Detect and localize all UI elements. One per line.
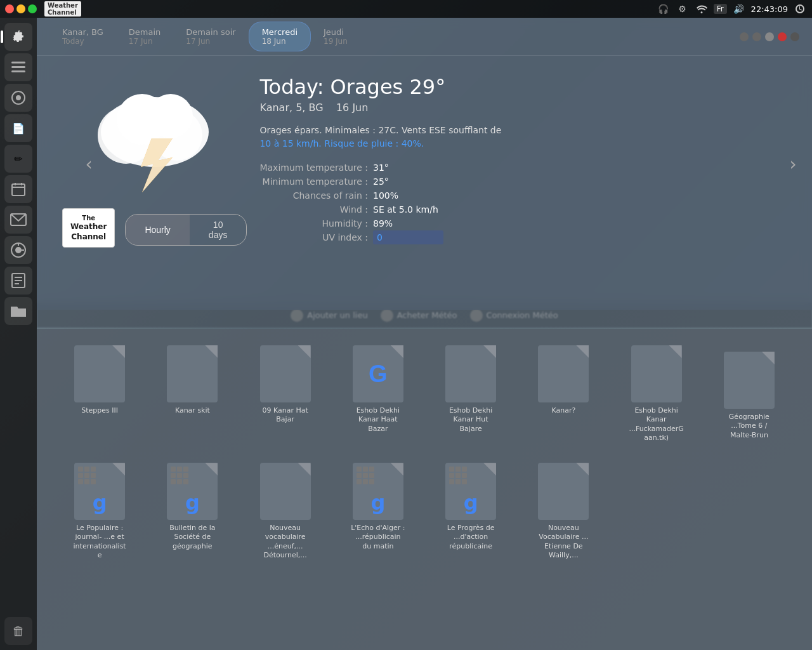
location-text: Kanar, 5, BG <box>259 102 323 114</box>
file-name-kanar-hat: 09 Kanar Hat Bajar <box>258 406 313 425</box>
weather-overlay: Kanar, BG Today Demain 17 Jun Demain soi… <box>37 18 812 310</box>
calendar-icon <box>10 180 27 198</box>
sidebar-bottom-item[interactable]: 🗑 <box>4 617 32 645</box>
sidebar-item-menu[interactable] <box>4 53 32 81</box>
tab-demain[interactable]: Demain 17 Jun <box>116 22 174 51</box>
hourly-button[interactable]: Hourly <box>126 215 189 245</box>
tab-mercredi[interactable]: Mercredi 18 Jun <box>249 22 311 51</box>
tab-demain-soir-date: 17 Jun <box>186 37 235 46</box>
sidebar-dock: 📄 ✏️ <box>0 18 37 650</box>
tab-demain-soir[interactable]: Demain soir 17 Jun <box>173 22 248 51</box>
file-name-kanar-skit: Kanar skit <box>175 406 210 415</box>
file-item-echo-alger[interactable]: g L'Echo d'Alger : ...républicain du mat… <box>334 453 422 564</box>
file-item-kanar-hat[interactable]: 09 Kanar Hat Bajar <box>242 342 329 446</box>
sidebar-item-pencil[interactable]: ✏️ <box>4 145 32 173</box>
maximize-button[interactable] <box>28 4 37 13</box>
tab-jeudi[interactable]: Jeudi 19 Jun <box>311 22 360 51</box>
file-item-kanar[interactable]: Kanar? <box>520 342 607 446</box>
sidebar-item-document[interactable]: 📄 <box>4 114 32 142</box>
file-thumb-steppes <box>74 345 125 402</box>
file-item-kanar-skit[interactable]: Kanar skit <box>148 342 236 446</box>
table-row: UV index : 0 <box>259 230 443 244</box>
settings-dock-icon <box>10 28 27 46</box>
file-thumb-eshob-haat: G <box>353 345 403 402</box>
rain-label: Chances of rain : <box>259 189 373 202</box>
power-icon[interactable] <box>793 2 807 16</box>
logo-buttons-row: The Weather Channel Hourly 10 days <box>62 202 247 248</box>
file-item-steppes[interactable]: Steppes III <box>56 342 143 446</box>
file-thumb-kanar-hat <box>260 345 311 402</box>
min-temp-value: 25° <box>373 175 443 189</box>
close-button[interactable] <box>5 4 14 13</box>
ten-days-button[interactable]: 10 days <box>190 215 247 245</box>
language-indicator[interactable]: Fr <box>714 4 727 14</box>
firefox-icon <box>10 89 27 107</box>
file-name-le-populaire: Le Populaire : journal- ...e et internat… <box>72 524 128 560</box>
svg-rect-2 <box>11 70 25 72</box>
settings-icon[interactable]: ⚙ <box>676 2 690 16</box>
gmail-icon <box>10 211 27 229</box>
file-name-eshob-fuck: Eshob Dekhi Kanar ...FuckamaderGaan.tk) <box>629 406 684 442</box>
tab-demain-date: 17 Jun <box>129 37 161 46</box>
main-area: Kanar, BG Today Demain 17 Jun Demain soi… <box>37 18 812 650</box>
bluetooth-icon: 🎧 <box>657 2 671 16</box>
uv-label: UV index : <box>259 230 373 244</box>
sidebar-item-browser[interactable] <box>4 84 32 112</box>
bottom-tab-1: Ajouter un lieu <box>291 309 367 322</box>
nav-dot-red <box>778 32 787 41</box>
file-name-eshob-hut: Eshob Dekhi Kanar Hut Bajare <box>443 406 499 434</box>
next-arrow[interactable]: › <box>780 145 806 183</box>
table-row: Maximum temperature : 31° <box>259 161 443 175</box>
file-item-eshob-fuck[interactable]: Eshob Dekhi Kanar ...FuckamaderGaan.tk) <box>613 342 700 446</box>
tab-today-location: Kanar, BG <box>62 27 103 37</box>
weather-nav: Kanar, BG Today Demain 17 Jun Demain soi… <box>37 18 812 56</box>
sidebar-item-calendar[interactable] <box>4 175 32 203</box>
sidebar-item-notes[interactable] <box>4 267 32 295</box>
table-row: Chances of rain : 100% <box>259 189 443 202</box>
humidity-label: Humidity : <box>259 216 373 230</box>
file-name-bulletin: Bulletin de la Société de géographie <box>164 524 220 551</box>
file-thumb-bulletin: g <box>167 463 218 520</box>
today-title: Today: Orages 29° <box>259 75 787 99</box>
file-item-geographie[interactable]: Géographie ...Tome 6 / Malte-Brun <box>705 342 793 446</box>
trash-icon: 🗑 <box>12 623 25 639</box>
file-item-eshob-hut[interactable]: Eshob Dekhi Kanar Hut Bajare <box>427 342 514 446</box>
file-item-le-progres[interactable]: g Le Progrès de ...d'action républicaine <box>427 453 514 564</box>
wifi-icon <box>695 2 709 16</box>
sidebar-item-settings[interactable] <box>4 23 32 51</box>
weather-info: Today: Orages 29° Kanar, 5, BG 16 Jun Or… <box>259 69 787 244</box>
highlight-text: 10 à 15 km/h. Risque de pluie : 40%. <box>259 138 424 149</box>
weather-description: Orages épars. Minimales : 27C. Vents ESE… <box>259 124 513 150</box>
tab-today-sub: Today <box>62 37 103 46</box>
google-g-icon-4: g <box>370 491 385 515</box>
file-item-nouveau-vocab[interactable]: Nouveau vocabulaire ...éneuf,... Détourn… <box>242 453 329 564</box>
sidebar-item-gmail[interactable] <box>4 206 32 234</box>
wind-value: SE at 5.0 km/h <box>373 202 443 216</box>
tab-mercredi-label: Mercredi <box>262 27 298 37</box>
file-item-nouveau-vocab2[interactable]: Nouveau Vocabulaire ... Etienne De Waill… <box>520 453 607 564</box>
max-temp-value: 31° <box>373 161 443 175</box>
tab-demain-label: Demain <box>129 27 161 37</box>
file-thumb-nouveau-vocab <box>260 463 311 520</box>
file-thumb-eshob-hut <box>445 345 496 402</box>
logo-line1: The <box>70 214 107 222</box>
sidebar-item-folder[interactable] <box>4 297 32 325</box>
table-row: Wind : SE at 5.0 km/h <box>259 202 443 216</box>
menu-icon <box>10 58 27 76</box>
weather-channel-logo: The Weather Channel <box>62 208 115 248</box>
panel-left: WeatherChannel <box>5 1 81 17</box>
tab-today[interactable]: Kanar, BG Today <box>49 22 116 51</box>
bottom-tab-text-1: Ajouter un lieu <box>307 310 367 320</box>
prev-arrow[interactable]: ‹ <box>76 145 102 183</box>
sidebar-item-steam[interactable] <box>4 236 32 264</box>
file-name-eshob-haat: Eshob Dekhi Kanar Haat Bazar <box>350 406 406 434</box>
tab-jeudi-date: 19 Jun <box>324 37 348 46</box>
file-thumb-kanar-skit <box>167 345 218 402</box>
file-item-eshob-haat[interactable]: G Eshob Dekhi Kanar Haat Bazar <box>334 342 422 446</box>
volume-icon[interactable]: 🔊 <box>732 2 746 16</box>
file-item-bulletin[interactable]: g Bulletin de la Société de géographie <box>148 453 236 564</box>
file-thumb-eshob-fuck <box>631 345 682 402</box>
minimize-button[interactable] <box>16 4 25 13</box>
file-item-le-populaire[interactable]: g Le Populaire : journal- ...e et intern… <box>56 453 143 564</box>
file-name-nouveau-vocab: Nouveau vocabulaire ...éneuf,... Détourn… <box>258 524 313 560</box>
